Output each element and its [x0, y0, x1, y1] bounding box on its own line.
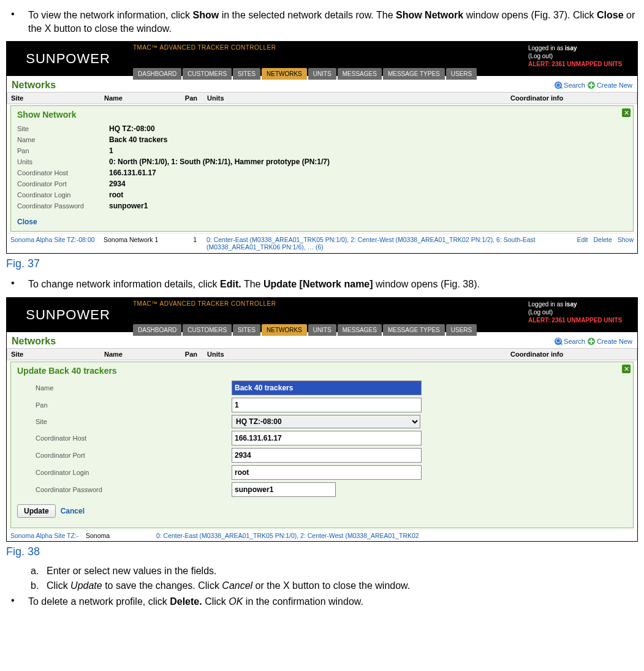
- update-button[interactable]: Update: [17, 504, 56, 518]
- tab-message-types[interactable]: MESSAGE TYPES: [383, 68, 445, 80]
- name-field[interactable]: [232, 381, 422, 395]
- label-port: Coordinator Port: [17, 180, 109, 188]
- col-pan[interactable]: Pan: [169, 349, 201, 360]
- app-header: SUNPOWER TMAC™ ADVANCED TRACKER CONTROLL…: [7, 298, 637, 332]
- bullet-text: To delete a network profile, click Delet…: [28, 595, 638, 608]
- col-name[interactable]: Name: [100, 93, 169, 104]
- search-icon: [555, 338, 562, 345]
- delete-link[interactable]: Delete: [593, 236, 612, 243]
- port-field[interactable]: [232, 448, 422, 463]
- tab-networks[interactable]: NETWORKS: [262, 68, 307, 80]
- table-row: Sonoma Alpha Site TZ:-08:00 Sonoma Netwo…: [7, 233, 637, 253]
- alert-banner: ALERT: 2361 UNMAPPED UNITS: [528, 60, 632, 68]
- col-site[interactable]: Site: [7, 93, 100, 104]
- create-new-link[interactable]: Create New: [588, 338, 632, 345]
- close-icon[interactable]: ✕: [622, 108, 631, 117]
- close-link[interactable]: Close: [17, 218, 37, 226]
- value-units: 0: North (PN:1/0), 1: South (PN:1/1), Ha…: [109, 157, 330, 166]
- label-name: Name: [17, 136, 109, 143]
- label-pan: Pan: [17, 147, 109, 154]
- cancel-link[interactable]: Cancel: [61, 507, 85, 515]
- bullet-icon: •: [6, 278, 28, 291]
- tab-customers[interactable]: CUSTOMERS: [183, 324, 232, 336]
- sub-steps: a. Enter or select new values in the fie…: [31, 566, 638, 591]
- row-actions: Edit Delete Show: [556, 233, 637, 253]
- logout-link[interactable]: (Log out): [528, 308, 632, 316]
- update-network-panel: ✕ Update Back 40 trackers Name Pan Site …: [10, 362, 634, 528]
- show-network-panel: ✕ Show Network SiteHQ TZ:-08:00 NameBack…: [10, 105, 634, 232]
- tab-messages[interactable]: MESSAGES: [338, 324, 382, 336]
- column-headers: Site Name Pan Units Coordinator info: [7, 348, 637, 360]
- bullet-icon: •: [6, 595, 28, 608]
- nav-tabs: DASHBOARD CUSTOMERS SITES NETWORKS UNITS…: [129, 68, 637, 80]
- brand-line: TMAC™ ADVANCED TRACKER CONTROLLER: [129, 42, 276, 54]
- host-field[interactable]: [232, 431, 422, 445]
- tab-users[interactable]: USERS: [446, 324, 477, 336]
- value-name: Back 40 trackers: [109, 135, 167, 144]
- page-title: Networks: [12, 80, 56, 91]
- label-login: Coordinator Login: [17, 469, 232, 476]
- logout-link[interactable]: (Log out): [528, 52, 632, 60]
- tab-dashboard[interactable]: DASHBOARD: [133, 324, 181, 336]
- search-link[interactable]: Search: [555, 82, 585, 89]
- screenshot-update-network: SUNPOWER TMAC™ ADVANCED TRACKER CONTROLL…: [6, 297, 638, 542]
- cell-units[interactable]: 0: Center-East (M0338_AREA01_TRK05 PN:1/…: [200, 233, 556, 253]
- tab-messages[interactable]: MESSAGES: [338, 68, 382, 80]
- search-icon: [555, 82, 562, 89]
- tab-networks[interactable]: NETWORKS: [262, 324, 307, 336]
- value-host: 166.131.61.17: [109, 169, 156, 177]
- label-units: Units: [17, 158, 109, 165]
- col-pan[interactable]: Pan: [169, 93, 201, 104]
- step-letter: b.: [31, 580, 47, 591]
- figure-38-caption: Fig. 38: [6, 545, 638, 558]
- value-port: 2934: [109, 180, 126, 188]
- screenshot-show-network: SUNPOWER TMAC™ ADVANCED TRACKER CONTROLL…: [6, 41, 638, 254]
- tab-users[interactable]: USERS: [446, 68, 477, 80]
- tab-customers[interactable]: CUSTOMERS: [183, 68, 232, 80]
- bullet-text: To change network information details, c…: [28, 278, 638, 291]
- user-block: Logged in as isay (Log out) ALERT: 2361 …: [528, 298, 637, 324]
- cell-site[interactable]: Sonoma Alpha Site TZ:-08:00: [7, 233, 100, 253]
- col-name[interactable]: Name: [100, 349, 169, 360]
- search-link[interactable]: Search: [555, 338, 585, 345]
- col-coord[interactable]: Coordinator info: [507, 93, 637, 104]
- label-host: Coordinator Host: [17, 169, 109, 176]
- value-password: sunpower1: [109, 202, 148, 210]
- step-text: Click Update to save the changes. Click …: [47, 580, 410, 591]
- table-row-truncated: Sonoma Alpha Site TZ:- Sonoma 0: Center-…: [7, 529, 637, 541]
- figure-37-caption: Fig. 37: [6, 257, 638, 270]
- col-units[interactable]: Units: [201, 349, 507, 360]
- create-new-link[interactable]: Create New: [588, 82, 632, 89]
- label-host: Coordinator Host: [17, 434, 232, 442]
- app-header: SUNPOWER TMAC™ ADVANCED TRACKER CONTROLL…: [7, 42, 637, 76]
- close-icon[interactable]: ✕: [622, 365, 631, 373]
- value-pan: 1: [109, 146, 113, 155]
- label-password: Coordinator Password: [17, 202, 109, 210]
- site-select[interactable]: HQ TZ:-08:00: [232, 415, 420, 428]
- label-password: Coordinator Password: [17, 486, 232, 493]
- col-site[interactable]: Site: [7, 349, 100, 360]
- bullet-text: To view the network information, click S…: [28, 9, 638, 35]
- doc-bullet-view: • To view the network information, click…: [6, 9, 638, 35]
- tab-units[interactable]: UNITS: [308, 68, 336, 80]
- plus-icon: [588, 338, 595, 345]
- tab-dashboard[interactable]: DASHBOARD: [133, 68, 181, 80]
- logo: SUNPOWER: [7, 298, 129, 332]
- tab-units[interactable]: UNITS: [308, 324, 336, 336]
- doc-bullet-edit: • To change network information details,…: [6, 278, 638, 291]
- panel-title: Update Back 40 trackers: [17, 366, 627, 376]
- pan-field[interactable]: [232, 398, 422, 412]
- tab-message-types[interactable]: MESSAGE TYPES: [383, 324, 445, 336]
- password-field[interactable]: [232, 482, 336, 497]
- show-link[interactable]: Show: [618, 236, 634, 243]
- tab-sites[interactable]: SITES: [233, 68, 260, 80]
- column-headers: Site Name Pan Units Coordinator info: [7, 92, 637, 104]
- page-title: Networks: [12, 336, 56, 347]
- col-coord[interactable]: Coordinator info: [507, 349, 637, 360]
- nav-tabs: DASHBOARD CUSTOMERS SITES NETWORKS UNITS…: [129, 324, 637, 336]
- login-field[interactable]: [232, 465, 422, 480]
- edit-link[interactable]: Edit: [577, 236, 588, 243]
- tab-sites[interactable]: SITES: [233, 324, 260, 336]
- bullet-icon: •: [6, 9, 28, 35]
- col-units[interactable]: Units: [201, 93, 507, 104]
